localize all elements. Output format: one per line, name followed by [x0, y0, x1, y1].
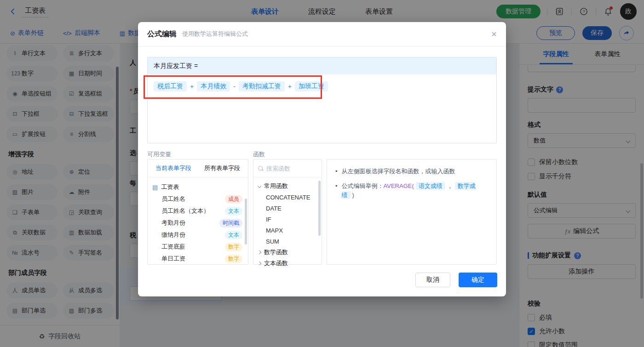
bullet: •	[335, 167, 338, 176]
formula-target: 本月应发工资 =	[148, 57, 496, 74]
formula-token[interactable]: +	[189, 83, 195, 90]
formula-token[interactable]: 考勤扣减工资	[239, 81, 285, 91]
confirm-button[interactable]: 确定	[459, 273, 497, 287]
formula-token[interactable]: 本月绩效	[197, 81, 230, 91]
tip-line-2: • 公式编辑举例：AVERAGE(语文成绩，数学成绩)	[335, 182, 488, 200]
tip-separator: ，	[447, 182, 453, 189]
variable-type-tag: 文本	[225, 207, 242, 216]
formula-editor-modal: 公式编辑 使用数学运算符编辑公式 × 本月应发工资 = 税后工资+本月绩效-考勤…	[138, 22, 506, 296]
variables-tabs: 当前表单字段所有表单字段	[148, 159, 248, 177]
variable-name: 考勤月份	[161, 219, 219, 227]
function-item[interactable]: 文本函数	[253, 258, 322, 269]
modal-header: 公式编辑 使用数学运算符编辑公式 ×	[138, 22, 506, 46]
formula-token[interactable]: +	[287, 83, 293, 90]
variable-name: 缴纳月份	[161, 231, 225, 239]
variable-item[interactable]: 单日工资 数字	[152, 253, 243, 265]
functions-scrollbar[interactable]	[318, 181, 321, 236]
variables-tab[interactable]: 当前表单字段	[155, 164, 191, 172]
formula-token[interactable]: -	[232, 83, 237, 90]
variable-type-tag: 文本	[225, 231, 242, 239]
cancel-button[interactable]: 取消	[415, 273, 450, 287]
function-item[interactable]: 常用函数	[253, 181, 322, 192]
variables-tab[interactable]: 所有表单字段	[204, 164, 240, 172]
variables-scrollbar[interactable]	[245, 199, 247, 245]
formula-tips-panel: • 从左侧面板选择字段名和函数，或输入函数 • 公式编辑举例：AVERAGE(语…	[327, 159, 497, 265]
close-icon[interactable]: ×	[491, 29, 497, 39]
bullet: •	[335, 182, 338, 200]
variable-type-tag: 数字	[225, 243, 242, 251]
variable-item[interactable]: 考勤月份 时间戳	[152, 217, 243, 229]
function-item[interactable]: SUM	[253, 236, 322, 247]
function-item[interactable]: CONCATENATE	[253, 192, 322, 203]
variable-item[interactable]: 工资底薪 数字	[152, 241, 243, 253]
variable-item[interactable]: 员工姓名（文本） 文本	[152, 205, 243, 217]
app: 工资表 表单设计流程设定表单设置 数据管理 ? 政	[0, 0, 644, 347]
function-item[interactable]: DATE	[253, 203, 322, 214]
variables-label: 可用变量	[147, 150, 171, 159]
function-item[interactable]: 数学函数	[253, 247, 322, 258]
tip-function-name: AVERAGE(	[384, 182, 414, 189]
modal-subtitle: 使用数学运算符编辑公式	[182, 30, 248, 38]
search-icon	[258, 166, 263, 171]
tree-chevron-icon	[258, 262, 261, 265]
variable-type-tag: 数字	[225, 255, 242, 263]
variable-name: 员工姓名	[161, 195, 225, 203]
variable-name: 工资底薪	[161, 243, 225, 251]
tip-prefix: 公式编辑举例：	[342, 182, 384, 189]
functions-label: 函数	[253, 150, 265, 159]
tree-chevron-icon	[258, 184, 261, 188]
tree-chevron-icon	[258, 250, 261, 254]
formula-editor-box[interactable]: 本月应发工资 = 税后工资+本月绩效-考勤扣减工资+加班工资	[147, 57, 497, 143]
formula-token[interactable]: 税后工资	[154, 81, 187, 91]
variable-type-tag: 成员	[225, 195, 242, 204]
variable-item[interactable]: 缴纳月份 文本	[152, 229, 243, 241]
variable-name: 员工姓名（文本）	[161, 207, 225, 215]
function-list: 常用函数 CONCATENATE DATE IF	[253, 177, 322, 272]
formula-token[interactable]: 加班工资	[295, 81, 328, 91]
formula-expression[interactable]: 税后工资+本月绩效-考勤扣减工资+加班工资	[148, 74, 496, 98]
function-search[interactable]	[253, 159, 322, 177]
tip-close-paren: )	[352, 192, 354, 199]
function-item[interactable]: MAPX	[253, 225, 322, 236]
variables-tree: ▤ 工资表 员工姓名 成员 员工姓名（文本） 文本	[148, 177, 248, 268]
modal-title: 公式编辑	[147, 29, 177, 39]
function-search-input[interactable]	[266, 165, 317, 172]
variables-list: 员工姓名 成员 员工姓名（文本） 文本 考勤月份 时间戳	[152, 193, 243, 265]
form-doc-icon: ▤	[152, 184, 158, 191]
functions-panel: 常用函数 CONCATENATE DATE IF	[253, 159, 322, 265]
variable-name: 单日工资	[161, 255, 225, 263]
tip-field-chip[interactable]: 语文成绩	[416, 182, 445, 190]
function-item[interactable]: IF	[253, 214, 322, 225]
variables-panel: 当前表单字段所有表单字段 ▤ 工资表 员工姓名 成员 员工姓名（文本	[147, 159, 248, 265]
tip-line-1: • 从左侧面板选择字段名和函数，或输入函数	[335, 167, 488, 176]
variables-root[interactable]: ▤ 工资表	[152, 181, 243, 193]
variable-type-tag: 时间戳	[219, 219, 242, 228]
variable-item[interactable]: 员工姓名 成员	[152, 193, 243, 205]
